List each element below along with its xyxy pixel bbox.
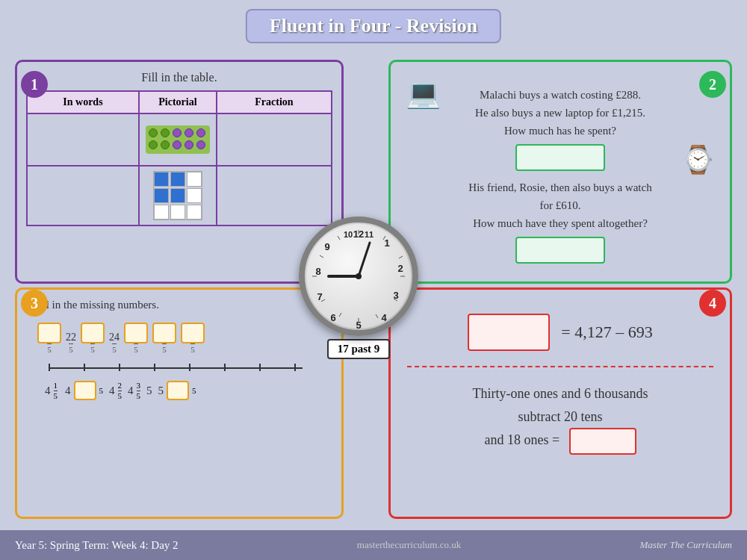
tick [49, 364, 50, 371]
grid-cell [187, 188, 202, 203]
q4-answer-input-2[interactable] [571, 429, 635, 453]
frac-item: 5 [81, 323, 105, 354]
mixed-num: 4 [45, 385, 51, 397]
dot [196, 128, 205, 137]
frac-denom: 5 [69, 343, 73, 354]
mixed-frac: 5 [99, 386, 104, 395]
frac-answer-box[interactable] [37, 323, 61, 343]
frac-answer-box[interactable] [124, 323, 148, 343]
mixed-num: 5 [146, 385, 152, 397]
q2-text-2: His friend, Rosie, then also buys a watc… [400, 178, 721, 232]
grid-cell [154, 188, 169, 203]
mixed-num: 4 [65, 385, 71, 397]
laptop-icon: 💻 [406, 77, 441, 110]
frac-item: 24 5 [109, 332, 120, 354]
badge-4: 4 [699, 290, 726, 317]
dot [149, 128, 158, 137]
frac-denom: 5 [112, 343, 117, 354]
dot [196, 140, 205, 149]
q4-divider [407, 366, 713, 367]
mixed-frac: 15 [54, 381, 58, 400]
dot [149, 140, 158, 149]
frac-input[interactable] [39, 324, 60, 342]
title-box: Fluent in Four - Revision [246, 9, 501, 43]
mixed-num: 4 [109, 385, 115, 397]
in-words-input-2[interactable] [39, 190, 128, 202]
tick [154, 364, 155, 371]
pictorial-cell-1 [139, 113, 217, 166]
clock-face: 12 1 2 3 4 5 6 7 8 9 10 11 [299, 217, 418, 336]
frac-denom: 5 [134, 343, 138, 354]
q2-answer-box-2[interactable] [515, 237, 605, 264]
frac-item: 5 [181, 323, 205, 354]
q2-answer-input-1[interactable] [517, 146, 604, 169]
q4-equation-row: = 4,127 – 693 [400, 314, 721, 351]
fraction-input-1[interactable] [229, 134, 320, 146]
frac-answer-box[interactable] [81, 323, 105, 343]
frac-answer-box[interactable] [181, 323, 205, 343]
tick [189, 364, 190, 371]
pictorial-cell-2 [139, 166, 217, 225]
mixed-num: 5 [158, 385, 164, 397]
frac-item: 5 [152, 323, 176, 354]
badge-3: 3 [21, 290, 48, 317]
small-frac-answer[interactable] [74, 381, 96, 400]
blue-grid [153, 171, 202, 220]
tick [119, 364, 120, 371]
svg-text:6: 6 [330, 312, 335, 323]
q4-answer-input[interactable] [469, 315, 548, 349]
fraction-cell-1[interactable] [217, 113, 332, 166]
in-words-input-1[interactable] [39, 134, 128, 146]
small-frac-answer[interactable] [167, 381, 189, 400]
dot [185, 140, 193, 149]
tick [259, 364, 261, 371]
frac-denom: 5 [162, 343, 167, 354]
frac-denom: 5 [47, 343, 52, 354]
watch-icon: ⌚ [681, 144, 715, 175]
svg-text:1: 1 [384, 237, 389, 249]
frac-answer-box[interactable] [152, 323, 176, 343]
table-row [27, 113, 332, 166]
frac-input[interactable] [154, 324, 175, 342]
tick [294, 364, 296, 371]
grid-cell [154, 172, 169, 187]
frac-item: 5 [37, 323, 61, 354]
in-words-cell-1[interactable] [27, 113, 139, 166]
q2-box: 💻 ⌚ Malachi buys a watch costing £288. H… [388, 60, 732, 284]
mixed-frac: 5 [192, 386, 196, 395]
badge-1: 1 [21, 71, 48, 98]
svg-text:9: 9 [324, 241, 329, 252]
footer: Year 5: Spring Term: Week 4: Day 2 maste… [0, 530, 747, 560]
table-row [27, 166, 332, 225]
frac-item: 22 5 [66, 332, 76, 354]
frac-input[interactable] [82, 324, 103, 342]
mixed-frac: 35 [137, 381, 141, 400]
frac-input[interactable] [182, 324, 203, 342]
q2-answer-input-2[interactable] [517, 238, 604, 262]
svg-line-26 [338, 236, 340, 240]
q2-text-1: Malachi buys a watch costing £288. He al… [400, 86, 721, 140]
frac-input[interactable] [125, 324, 146, 342]
frac-label: 24 [109, 332, 120, 343]
fraction-sequence: 5 22 5 5 24 5 5 [37, 323, 321, 354]
footer-right: Master The Curriculum [640, 539, 733, 551]
in-words-cell-2[interactable] [27, 166, 139, 225]
grid-cell [187, 172, 202, 187]
q4-answer-inline[interactable] [569, 428, 636, 455]
tick [224, 364, 226, 371]
grid-cell [170, 188, 185, 203]
q3-instruction: Fill in the missing numbers. [34, 299, 332, 311]
badge-2: 2 [699, 71, 726, 98]
svg-line-22 [339, 313, 341, 317]
grid-cell [170, 172, 185, 187]
dot [185, 128, 193, 137]
q1-instruction: Fill in the table. [26, 71, 332, 84]
svg-text:8: 8 [315, 266, 320, 277]
frac-denom: 5 [90, 343, 95, 354]
mixed-num: 4 [128, 385, 134, 397]
col-in-words: In words [27, 91, 139, 113]
fraction-input-2[interactable] [229, 190, 320, 202]
clock-label: 17 past 9 [327, 339, 391, 359]
q4-answer-box[interactable] [468, 314, 550, 351]
q2-answer-box-1[interactable] [515, 144, 605, 171]
